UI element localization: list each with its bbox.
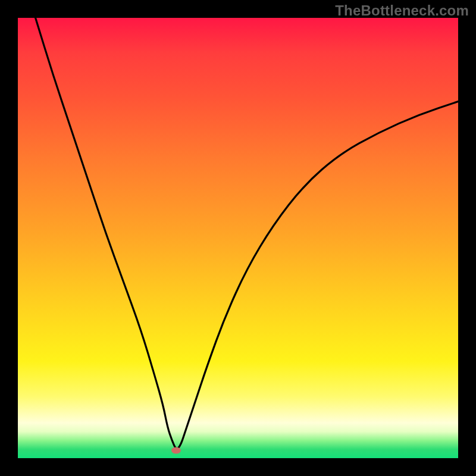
watermark-label: TheBottleneck.com xyxy=(335,2,469,19)
curve-layer xyxy=(18,18,458,458)
bottleneck-curve xyxy=(36,18,458,449)
minimum-marker xyxy=(171,447,181,453)
chart-frame: TheBottleneck.com xyxy=(0,0,476,476)
plot-area xyxy=(18,18,458,458)
